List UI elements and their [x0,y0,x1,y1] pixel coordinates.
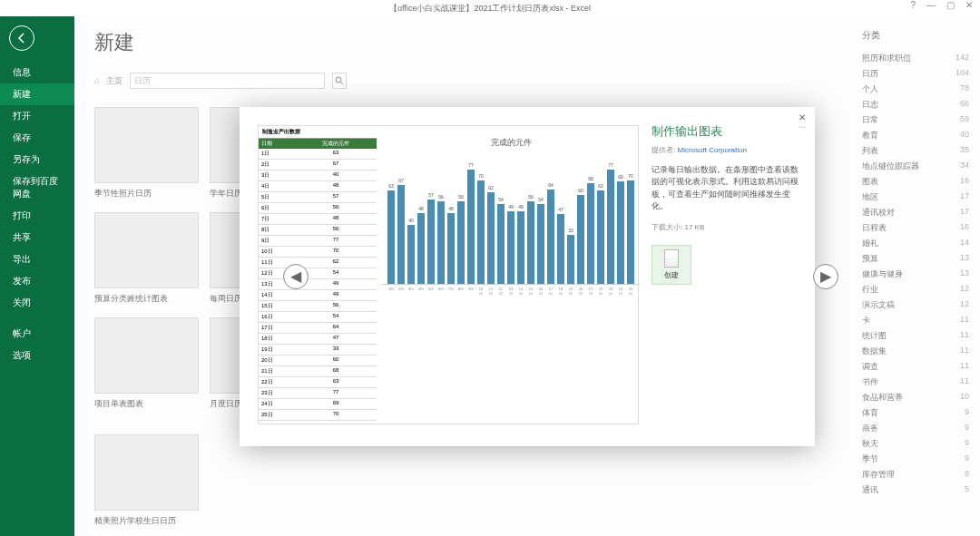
chart-bar: 63 [597,190,604,283]
preview-table-title: 制造业产出数据 [259,126,377,139]
chart-bar: 56 [457,201,465,284]
chart-bar: 49 [507,211,514,284]
sidebar-item-7[interactable]: 共享 [0,227,74,249]
back-button[interactable] [9,25,34,51]
window-minimize-icon[interactable]: — [926,0,936,10]
sidebar-item-1[interactable]: 新建 [0,83,74,105]
chart-bar: 33 [567,235,574,284]
modal-next-button[interactable]: ▶ [813,264,838,289]
sidebar-footer-1[interactable]: 选项 [0,345,74,366]
sidebar-item-4[interactable]: 另存为 [0,149,74,171]
sidebar-item-10[interactable]: 关闭 [0,292,74,314]
more-icon[interactable]: ⋯ [799,123,806,132]
chart-bar: 56 [527,201,534,284]
chart-bar: 40 [407,225,415,284]
sidebar-item-6[interactable]: 打印 [0,205,74,227]
chart-bar: 47 [557,214,564,283]
chart-title: 完成的元件 [382,137,640,149]
provider-link[interactable]: Microsoft Corporation [677,146,746,154]
modal-description: 记录每日输出数据。在条形图中查看该数据的可视化表示形式。利用这款易访问模板，可查… [652,164,799,213]
chart-bar: 63 [387,190,395,283]
window-title: 【office小白实战课堂】2021工作计划日历表xlsx - Excel [389,3,591,15]
chart-bars: 6367404857564856777062544949565464473360… [382,158,640,285]
chart-bar: 77 [467,170,475,283]
sidebar-item-5[interactable]: 保存到百度网盘 [0,171,74,205]
chart-bar: 48 [447,213,455,284]
sidebar-footer-0[interactable]: 帐户 [0,323,74,345]
chart-bar: 54 [497,204,505,284]
modal-prev-button[interactable]: ◀ [283,264,309,289]
document-icon [664,249,679,268]
sidebar-item-9[interactable]: 发布 [0,270,74,292]
backstage-sidebar: 信息新建打开保存另存为保存到百度网盘打印共享导出发布关闭 帐户选项 [0,16,74,536]
window-help-icon[interactable]: ? [910,0,916,10]
modal-title: 制作输出图表 [652,123,799,140]
modal-overlay: ◀ ✕ ⋯ 制造业产出数据 日期 完成的元件 1日632日673日404日485… [74,16,980,536]
sidebar-item-0[interactable]: 信息 [0,62,74,83]
window-close-icon[interactable]: ✕ [965,0,973,10]
template-preview-modal: ✕ ⋯ 制造业产出数据 日期 完成的元件 1日632日673日404日485日5… [240,107,815,446]
chart-bar: 64 [547,190,554,284]
chart-bar: 68 [587,183,594,284]
chart-bar: 54 [537,204,544,284]
close-icon[interactable]: ✕ [799,112,806,122]
chart-bar: 56 [437,201,445,284]
chart-bar: 49 [517,211,524,284]
sidebar-item-8[interactable]: 导出 [0,249,74,270]
chart-bar: 57 [427,200,435,284]
chart-bar: 69 [617,181,624,283]
sidebar-item-3[interactable]: 保存 [0,127,74,149]
create-button[interactable]: 创建 [652,245,691,285]
window-restore-icon[interactable]: ▢ [946,0,955,10]
chart-bar: 48 [417,213,425,284]
sidebar-item-2[interactable]: 打开 [0,105,74,127]
chart-bar: 70 [477,180,485,284]
chart-bar: 67 [397,185,405,284]
chart-bar: 77 [607,170,614,283]
chart-bar: 70 [627,180,634,284]
chart-bar: 60 [577,195,584,284]
chart-bar: 62 [487,192,495,284]
